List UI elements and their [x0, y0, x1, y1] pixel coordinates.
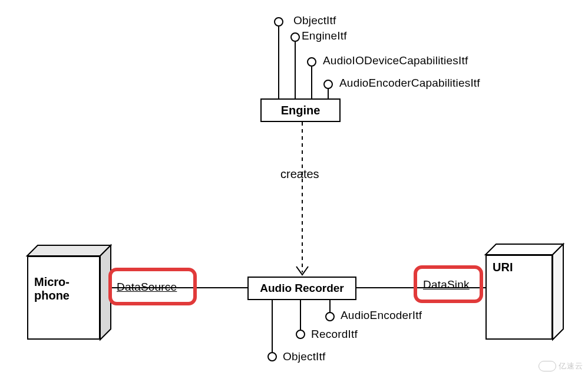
engine-itf-engineitf: EngineItf	[302, 29, 347, 42]
engine-label: Engine	[281, 104, 321, 117]
cloud-icon	[539, 361, 556, 371]
svg-point-1	[275, 18, 283, 26]
microphone-label: Micro- phone	[34, 275, 70, 302]
recorder-itf-objectitf2: ObjectItf	[283, 350, 326, 363]
audio-recorder-label: Audio Recorder	[260, 282, 344, 295]
audio-recorder-box: Audio Recorder	[247, 277, 356, 300]
uri-label: URI	[493, 261, 513, 274]
svg-point-14	[268, 353, 276, 361]
watermark: 亿速云	[539, 361, 583, 371]
svg-point-7	[324, 80, 332, 88]
creates-label: creates	[280, 167, 319, 181]
svg-point-5	[308, 58, 316, 66]
watermark-text: 亿速云	[559, 361, 583, 371]
recorder-itf-audioencoder: AudioEncoderItf	[341, 309, 422, 322]
engine-itf-audioenccaps: AudioEncoderCapabilitiesItf	[339, 77, 480, 90]
uri-node: URI	[485, 244, 563, 340]
datasink-label: DataSink	[423, 278, 470, 291]
svg-point-3	[291, 33, 299, 41]
engine-box: Engine	[260, 98, 341, 122]
engine-itf-objectitf: ObjectItf	[293, 14, 336, 27]
datasource-label: DataSource	[117, 281, 177, 294]
engine-itf-audioiodevcaps: AudioIODeviceCapabilitiesItf	[323, 54, 468, 67]
microphone-node: Micro- phone	[27, 245, 111, 340]
svg-point-10	[326, 312, 334, 321]
recorder-itf-recorditf: RecordItf	[311, 328, 358, 341]
svg-point-12	[296, 330, 305, 338]
